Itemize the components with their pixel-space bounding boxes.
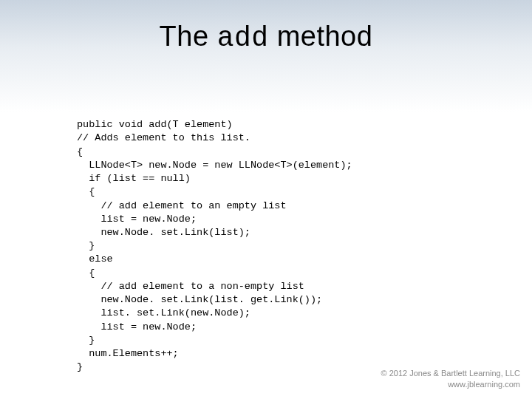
footer: © 2012 Jones & Bartlett Learning, LLC ww… bbox=[381, 368, 521, 390]
code-line: list = new.Node; bbox=[77, 214, 197, 225]
code-line: new.Node. set.Link(list); bbox=[77, 227, 250, 238]
code-line: else bbox=[77, 253, 113, 265]
code-line: new.Node. set.Link(list. get.Link()); bbox=[77, 294, 322, 305]
code-line: { bbox=[77, 146, 83, 157]
copyright-text: © 2012 Jones & Bartlett Learning, LLC bbox=[381, 368, 521, 379]
code-line: { bbox=[77, 267, 95, 279]
title-code: add bbox=[217, 22, 269, 54]
title-part2: method bbox=[269, 21, 373, 52]
footer-url: www.jblearning.com bbox=[381, 379, 521, 390]
slide-title: The add method bbox=[0, 0, 532, 54]
code-line: } bbox=[77, 361, 83, 372]
title-part1: The bbox=[160, 21, 217, 52]
code-line: } bbox=[77, 240, 95, 251]
code-line: { bbox=[77, 186, 95, 197]
code-line: // add element to an empty list bbox=[77, 200, 287, 211]
code-line: // add element to a non-empty list bbox=[77, 281, 304, 292]
code-line: public void add(T element) bbox=[77, 119, 233, 130]
code-line: list = new.Node; bbox=[77, 321, 197, 332]
code-line: } bbox=[77, 335, 95, 346]
code-line: list. set.Link(new.Node); bbox=[77, 307, 250, 318]
code-line: // Adds element to this list. bbox=[77, 132, 250, 143]
code-line: LLNode<T> new.Node = new LLNode<T>(eleme… bbox=[77, 160, 352, 171]
code-line: num.Elements++; bbox=[77, 348, 179, 359]
code-line: if (list == null) bbox=[77, 173, 191, 184]
code-block: public void add(T element) // Adds eleme… bbox=[77, 105, 352, 374]
